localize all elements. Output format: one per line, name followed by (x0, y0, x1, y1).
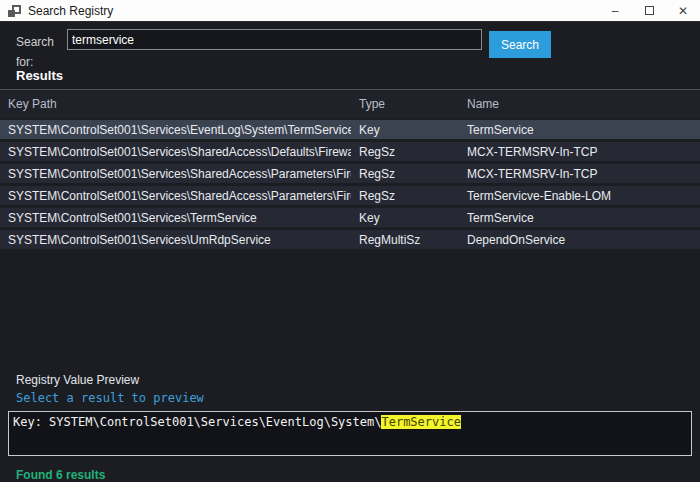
search-button[interactable]: Search (489, 31, 551, 58)
table-row[interactable]: SYSTEM\ControlSet001\Services\UmRdpServi… (0, 230, 700, 249)
main-content: Search for: Search Results Key Path Type… (0, 22, 700, 482)
cell-name: MCX-TERMSRV-In-TCP (459, 167, 700, 181)
results-empty-area (0, 252, 700, 373)
search-registry-window: Search Registry – ✕ Search for: Search R… (0, 0, 700, 482)
cell-type: RegSz (351, 167, 459, 181)
cell-key-path: SYSTEM\ControlSet001\Services\EventLog\S… (0, 123, 351, 137)
close-button[interactable]: ✕ (666, 0, 700, 22)
cell-name: MCX-TERMSRV-In-TCP (459, 145, 700, 159)
titlebar: Search Registry – ✕ (0, 0, 700, 22)
cell-type: Key (351, 211, 459, 225)
cell-name: DependOnService (459, 233, 700, 247)
maximize-button[interactable] (632, 0, 666, 22)
preview-box[interactable]: Key: SYSTEM\ControlSet001\Services\Event… (8, 411, 692, 456)
preview-text: Key: SYSTEM\ControlSet001\Services\Event… (13, 415, 381, 429)
search-row: Search for: Search (0, 22, 700, 60)
cell-type: RegSz (351, 189, 459, 203)
cell-name: TermService (459, 211, 700, 225)
cell-name: TermService (459, 123, 700, 137)
preview-hint: Select a result to preview (0, 389, 700, 411)
cell-name: TermServicve-Enable-LOM (459, 189, 700, 203)
preview-highlighted-match: TermService (381, 415, 460, 429)
cell-type: Key (351, 123, 459, 137)
results-rows: SYSTEM\ControlSet001\Services\EventLog\S… (0, 120, 700, 252)
window-title: Search Registry (28, 4, 113, 18)
cell-key-path: SYSTEM\ControlSet001\Services\UmRdpServi… (0, 233, 351, 247)
table-row[interactable]: SYSTEM\ControlSet001\Services\SharedAcce… (0, 142, 700, 161)
minimize-button[interactable]: – (598, 0, 632, 22)
table-row[interactable]: SYSTEM\ControlSet001\Services\TermServic… (0, 208, 700, 227)
cell-key-path: SYSTEM\ControlSet001\Services\SharedAcce… (0, 189, 351, 203)
search-input[interactable] (67, 29, 482, 50)
cell-key-path: SYSTEM\ControlSet001\Services\TermServic… (0, 211, 351, 225)
app-icon (8, 4, 22, 18)
column-header-key-path[interactable]: Key Path (0, 97, 351, 111)
preview-heading: Registry Value Preview (0, 373, 700, 389)
cell-type: RegSz (351, 145, 459, 159)
column-header-type[interactable]: Type (351, 97, 459, 111)
table-row[interactable]: SYSTEM\ControlSet001\Services\EventLog\S… (0, 120, 700, 139)
results-table-header: Key Path Type Name (0, 90, 700, 118)
status-text: Found 6 results (0, 456, 700, 482)
column-header-name[interactable]: Name (459, 97, 700, 111)
results-heading: Results (0, 60, 700, 87)
table-row[interactable]: SYSTEM\ControlSet001\Services\SharedAcce… (0, 186, 700, 205)
cell-key-path: SYSTEM\ControlSet001\Services\SharedAcce… (0, 145, 351, 159)
table-row[interactable]: SYSTEM\ControlSet001\Services\SharedAcce… (0, 164, 700, 183)
cell-key-path: SYSTEM\ControlSet001\Services\SharedAcce… (0, 167, 351, 181)
cell-type: RegMultiSz (351, 233, 459, 247)
